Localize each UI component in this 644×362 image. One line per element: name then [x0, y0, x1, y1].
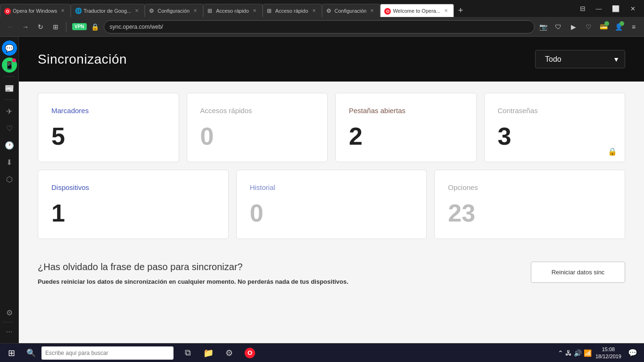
tab-favicon-grid2: ⊞: [267, 8, 273, 14]
card-speed-dial[interactable]: Accesos rápidos 0: [187, 93, 328, 162]
close-button[interactable]: ✕: [625, 2, 640, 15]
card-title-devices: Dispositivos: [51, 183, 89, 191]
security-icon[interactable]: 🔒: [89, 20, 102, 33]
tab-favicon-translate: 🌐: [75, 8, 82, 14]
tab-close-button[interactable]: ✕: [442, 7, 450, 15]
back-button[interactable]: ←: [4, 20, 17, 33]
tab-acceso1[interactable]: ⊞ Acceso rápido ✕: [203, 4, 263, 17]
sidebar-item-heart[interactable]: ♡: [2, 121, 17, 136]
flow-icon[interactable]: ▶: [567, 20, 580, 33]
wifi-icon[interactable]: 📶: [584, 349, 592, 357]
address-bar[interactable]: sync.opera.com/web/: [104, 20, 535, 33]
reset-button[interactable]: Reiniciar datos sinc: [531, 262, 625, 283]
taskbar-time-value: 15:08: [595, 346, 621, 353]
window-controls: ⊟ — ⬜ ✕: [576, 0, 644, 17]
home-button[interactable]: ⊞: [49, 20, 62, 33]
tab-title: Acceso rápido: [275, 8, 308, 14]
card-bookmarks[interactable]: Marcadores 5: [38, 93, 179, 162]
card-passwords[interactable]: Contraseñas 3 🔒: [484, 93, 626, 162]
profile-badge: [619, 21, 624, 26]
sidebar-bottom: ⚙ ···: [2, 305, 17, 339]
search-cortana-button[interactable]: 🔍: [23, 345, 40, 362]
tab-close-button[interactable]: ✕: [368, 7, 376, 15]
sidebar-item-news[interactable]: 📰: [2, 81, 17, 96]
sidebar-item-history[interactable]: 🕐: [2, 138, 17, 153]
url-text: sync.opera.com/web/: [110, 24, 528, 30]
tab-traductor[interactable]: 🌐 Traductor de Goog... ✕: [71, 4, 145, 17]
shield-icon[interactable]: 🛡: [552, 20, 565, 33]
reset-section-container: ¿Has olvidado la frase de paso para sinc…: [19, 250, 644, 298]
sidebar-item-more[interactable]: ···: [2, 324, 17, 339]
taskbar: ⊞ 🔍 ⧉ 📁 ⚙ O ⌃ 🖧 🔊 📶 15:08 18/12/2019 💬: [0, 343, 644, 362]
nav-right-icons: 📷 🛡 ▶ ♡ 💳 👤 ≡: [537, 20, 640, 33]
tab-close-button[interactable]: ✕: [251, 7, 258, 15]
card-devices[interactable]: Dispositivos 1: [38, 170, 229, 239]
screenshot-icon[interactable]: 📷: [537, 20, 550, 33]
sidebar-item-messenger[interactable]: 💬: [2, 41, 17, 56]
profile-icon[interactable]: 👤: [612, 20, 625, 33]
card-title-open-tabs: Pestañas abiertas: [349, 107, 405, 115]
main-content: Sincronización Todo Marcadores Accesos r…: [19, 37, 644, 343]
sidebar-item-settings[interactable]: ⚙: [2, 305, 17, 320]
network-icon[interactable]: 🖧: [565, 349, 572, 357]
filter-dropdown[interactable]: Todo Marcadores Accesos rápidos Pestañas…: [535, 50, 625, 68]
tab-title: Traductor de Goog...: [83, 8, 131, 14]
wallet-icon[interactable]: 💳: [597, 20, 610, 33]
sidebar-item-send[interactable]: ✈: [2, 104, 17, 119]
card-title-history: Historial: [250, 183, 275, 191]
start-button[interactable]: ⊞: [0, 344, 23, 362]
tab-bar-icon-screenshare[interactable]: ⊟: [576, 2, 589, 15]
taskbar-file-explorer[interactable]: 📁: [200, 345, 217, 362]
new-tab-button[interactable]: +: [454, 4, 467, 17]
card-title-bookmarks: Marcadores: [51, 107, 89, 115]
navigation-bar: ← → ↻ ⊞ VPN 🔒 sync.opera.com/web/ 📷 🛡 ▶ …: [0, 17, 644, 37]
sidebar-item-download[interactable]: ⬇: [2, 155, 17, 170]
cards-container: Marcadores 5 Accesos rápidos 0 Pestañas …: [19, 82, 644, 250]
taskbar-search-input[interactable]: [45, 350, 170, 356]
minimize-button[interactable]: —: [591, 2, 606, 15]
browser-body: 💬 📱 📰 ✈ ♡ 🕐 ⬇ ⬡ ⚙ ··· Sincroni: [0, 37, 644, 343]
tab-acceso2[interactable]: ⊞ Acceso rápido ✕: [263, 4, 322, 17]
reset-text: ¿Has olvidado la frase de paso para sinc…: [38, 262, 512, 287]
tab-opera-for-windows[interactable]: O Opera for Windows ✕: [0, 4, 71, 17]
card-value-open-tabs: 2: [349, 124, 363, 148]
taskbar-task-view[interactable]: ⧉: [179, 345, 196, 362]
menu-button[interactable]: ≡: [627, 20, 640, 33]
forward-button[interactable]: →: [19, 20, 32, 33]
card-options[interactable]: Opciones 23: [434, 170, 625, 239]
tab-close-button[interactable]: ✕: [133, 7, 140, 15]
tab-favicon-opera2: O: [384, 8, 391, 14]
card-value-devices: 1: [51, 201, 65, 225]
taskbar-search-box[interactable]: [41, 346, 173, 360]
tab-favicon-gear2: ⚙: [326, 8, 333, 14]
tab-close-button[interactable]: ✕: [310, 7, 318, 15]
sidebar-item-whatsapp[interactable]: 📱: [2, 58, 17, 73]
card-open-tabs[interactable]: Pestañas abiertas 2: [335, 93, 477, 162]
card-title-passwords: Contraseñas: [498, 107, 538, 115]
tab-title: Welcome to Opera...: [393, 8, 440, 14]
vpn-badge[interactable]: VPN: [72, 23, 87, 30]
tab-config1[interactable]: ⚙ Configuración ✕: [145, 4, 203, 17]
tab-title: Opera for Windows: [13, 8, 57, 14]
tab-close-button[interactable]: ✕: [59, 7, 66, 15]
maximize-button[interactable]: ⬜: [608, 2, 623, 15]
tab-favicon-opera: O: [4, 8, 11, 14]
reload-button[interactable]: ↻: [34, 20, 47, 33]
tab-welcome-opera[interactable]: O Welcome to Opera... ✕: [380, 4, 454, 17]
tab-close-button[interactable]: ✕: [191, 7, 199, 15]
tab-favicon-grid: ⊞: [207, 8, 214, 14]
heart-icon[interactable]: ♡: [582, 20, 595, 33]
tab-favicon-gear: ⚙: [149, 8, 156, 14]
taskbar-settings[interactable]: ⚙: [221, 345, 238, 362]
sidebar-separator2: [4, 99, 15, 100]
page-header: Sincronización Todo Marcadores Accesos r…: [19, 37, 644, 82]
card-history[interactable]: Historial 0: [236, 170, 427, 239]
tab-config2[interactable]: ⚙ Configuración ✕: [322, 4, 380, 17]
taskbar-opera[interactable]: O: [241, 345, 258, 362]
taskbar-clock[interactable]: 15:08 18/12/2019: [595, 346, 621, 360]
card-value-speed-dial: 0: [200, 124, 214, 148]
sidebar-item-extensions[interactable]: ⬡: [2, 172, 17, 187]
chevron-up-icon[interactable]: ⌃: [558, 349, 563, 357]
notification-center-button[interactable]: 💬: [625, 346, 640, 361]
sound-icon[interactable]: 🔊: [574, 349, 582, 357]
